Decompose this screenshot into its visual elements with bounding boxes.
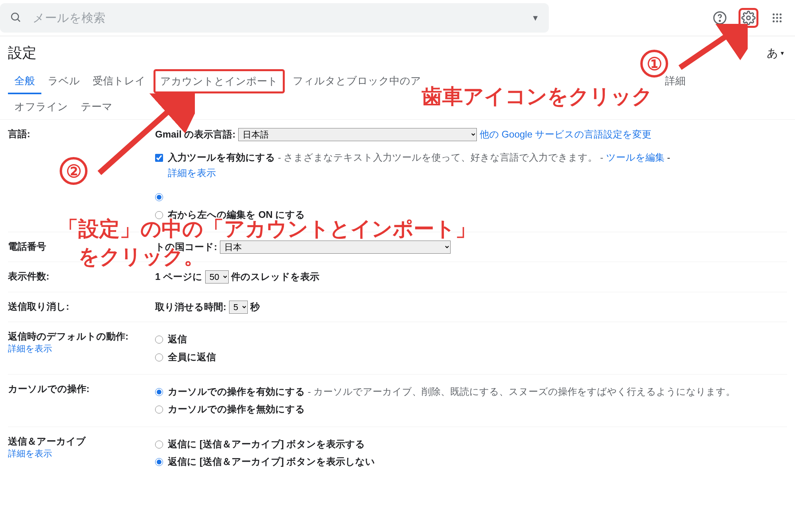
page-size-after: 件のスレッドを表示 [231, 271, 319, 282]
undo-send-after: 秒 [250, 301, 260, 312]
settings-tabs: 全般 ラベル 受信トレイ アカウントとインポート フィルタとブロック中のア メー… [0, 68, 795, 120]
send-archive-details-link[interactable]: 詳細を表示 [8, 449, 52, 458]
other-google-lang-link[interactable]: 他の Google サービスの言語設定を変更 [480, 129, 652, 140]
tab-filters[interactable]: フィルタとブロック中のア [286, 68, 428, 94]
reply-details-link[interactable]: 詳細を表示 [8, 344, 52, 353]
row-phone: 電話番号 トの国コード: 日本 [8, 232, 787, 262]
svg-point-11 [773, 20, 775, 22]
hover-enable-desc: - カーソルでアーカイブ、削除、既読にする、スヌーズの操作をすばやく行えるように… [305, 386, 735, 397]
settings-gear-button[interactable] [739, 8, 758, 28]
enable-input-tools-label: 入力ツールを有効にする [168, 152, 275, 163]
page-size-select[interactable]: 50 [205, 270, 229, 283]
display-language-label: Gmail の表示言語: [155, 129, 235, 140]
svg-point-5 [773, 14, 775, 16]
svg-point-4 [747, 16, 750, 20]
country-code-label: トの国コード: [155, 241, 217, 252]
edit-tools-link[interactable]: ツールを編集 [606, 152, 665, 163]
row-hover-label: カーソルでの操作: [8, 382, 155, 395]
enable-input-tools-checkbox[interactable] [155, 154, 163, 162]
search-options-caret-icon[interactable]: ▼ [531, 14, 539, 23]
input-tools-details-link[interactable]: 詳細を表示 [168, 167, 216, 178]
input-method-indicator[interactable]: あ ▾ [767, 46, 784, 61]
hover-enable-radio[interactable] [155, 388, 163, 396]
row-language-label: 言語: [8, 127, 155, 140]
row-language: 言語: Gmail の表示言語: 日本語 他の Google サービスの言語設定… [8, 120, 787, 232]
search-input[interactable] [33, 11, 531, 25]
header-actions [710, 8, 792, 28]
row-page-size: 表示件数: 1 ページに 50 件のスレッドを表示 [8, 262, 787, 292]
row-page-size-label: 表示件数: [8, 269, 155, 283]
svg-point-0 [12, 13, 19, 20]
search-icon [10, 11, 21, 25]
svg-point-8 [773, 17, 775, 19]
send-archive-show-label: 返信に [送信＆アーカイブ] ボタンを表示する [168, 437, 365, 452]
svg-point-10 [779, 17, 781, 19]
svg-point-9 [776, 17, 778, 19]
send-archive-hide-label: 返信に [送信＆アーカイブ] ボタンを表示しない [168, 454, 375, 469]
tab-themes[interactable]: テーマ [74, 94, 119, 119]
hover-disable-radio[interactable] [155, 406, 163, 414]
svg-line-1 [18, 19, 20, 21]
settings-panel: 言語: Gmail の表示言語: 日本語 他の Google サービスの言語設定… [0, 120, 795, 479]
reply-radio[interactable] [155, 336, 163, 344]
send-archive-show-radio[interactable] [155, 441, 163, 449]
title-row: 設定 あ ▾ [0, 36, 795, 68]
svg-point-3 [719, 20, 720, 21]
row-send-archive: 送信＆アーカイブ 詳細を表示 返信に [送信＆アーカイブ] ボタンを表示する 返… [8, 427, 787, 479]
send-archive-hide-radio[interactable] [155, 458, 163, 466]
chevron-down-icon: ▾ [781, 49, 784, 57]
tab-advanced[interactable]: 詳細 [659, 68, 692, 94]
apps-grid-icon[interactable] [767, 8, 787, 28]
search-bar[interactable]: ▼ [0, 3, 549, 33]
hover-enable-label: カーソルでの操作を有効にする [168, 386, 305, 397]
tab-accounts-import[interactable]: アカウントとインポート [154, 69, 285, 93]
rtl-on-radio[interactable] [155, 211, 163, 219]
svg-point-7 [779, 14, 781, 16]
reply-label: 返信 [168, 332, 187, 347]
svg-point-12 [776, 20, 778, 22]
reply-all-label: 全員に返信 [168, 349, 216, 365]
row-undo-send: 送信取り消し: 取り消せる時間: 5 秒 [8, 292, 787, 322]
tab-offline[interactable]: オフライン [8, 94, 74, 119]
page-size-before: 1 ページに [155, 271, 202, 282]
header-bar: ▼ [0, 0, 795, 36]
tab-labels[interactable]: ラベル [41, 68, 86, 94]
svg-point-6 [776, 14, 778, 16]
page-title: 設定 [8, 43, 37, 63]
input-tools-desc: - さまざまなテキスト入力ツールを使って、好きな言語で入力できます。 - [275, 152, 606, 163]
tab-inbox[interactable]: 受信トレイ [86, 68, 152, 94]
row-phone-label: 電話番号 [8, 239, 155, 253]
row-send-archive-label: 送信＆アーカイブ 詳細を表示 [8, 434, 155, 460]
country-code-select[interactable]: 日本 [220, 241, 451, 254]
display-language-select[interactable]: 日本語 [238, 128, 477, 141]
reply-all-radio[interactable] [155, 353, 163, 361]
tab-general[interactable]: 全般 [8, 68, 41, 94]
undo-send-select[interactable]: 5 [229, 301, 248, 314]
rtl-on-label: 右から左への編集を ON にする [168, 207, 305, 222]
row-undo-send-label: 送信取り消し: [8, 299, 155, 313]
rtl-off-radio[interactable] [155, 193, 163, 201]
svg-point-13 [779, 20, 781, 22]
row-default-reply: 返信時のデフォルトの動作: 詳細を表示 返信 全員に返信 [8, 322, 787, 375]
row-default-reply-label: 返信時のデフォルトの動作: 詳細を表示 [8, 329, 155, 355]
undo-send-before: 取り消せる時間: [155, 301, 226, 312]
help-button[interactable] [710, 8, 730, 28]
row-hover-actions: カーソルでの操作: カーソルでの操作を有効にする - カーソルでアーカイブ、削除… [8, 375, 787, 427]
hover-disable-label: カーソルでの操作を無効にする [168, 402, 305, 417]
